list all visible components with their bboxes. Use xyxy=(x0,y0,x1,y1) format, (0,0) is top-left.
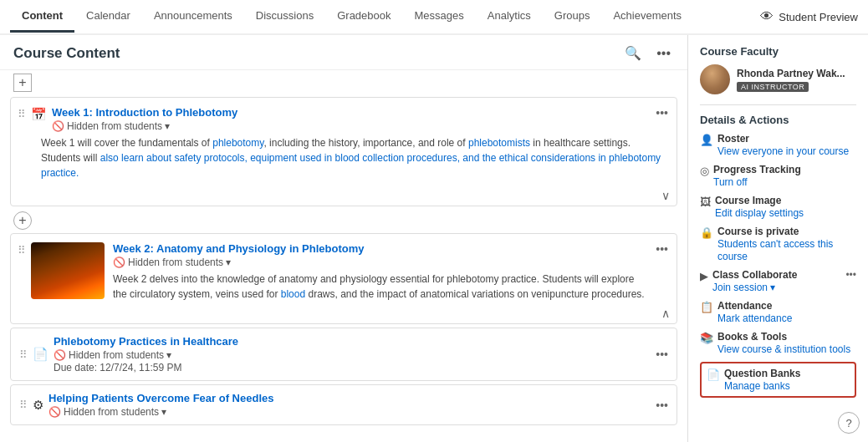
course-image-icon: 🖼 xyxy=(700,196,711,208)
week1-more-button[interactable]: ••• xyxy=(656,106,668,119)
assignment1-more-button[interactable]: ••• xyxy=(656,348,668,361)
week1-description: Week 1 will cover the fundamentals of ph… xyxy=(11,135,677,187)
lock-icon: 🔒 xyxy=(700,226,713,239)
hidden-icon: 🚫 xyxy=(52,120,64,132)
attendance-link[interactable]: Mark attendance xyxy=(717,312,792,324)
student-preview-label: Student Preview xyxy=(779,11,858,23)
tab-groups[interactable]: Groups xyxy=(543,1,602,33)
avatar xyxy=(700,64,730,94)
attendance-label: Attendance xyxy=(717,300,792,312)
attendance-icon: 📋 xyxy=(700,301,713,313)
tab-messages[interactable]: Messages xyxy=(403,1,476,33)
roster-label: Roster xyxy=(717,133,849,145)
action-progress: ◎ Progress Tracking Turn off xyxy=(700,164,856,188)
assignment2-item: ⠿ ⚙ Helping Patients Overcome Fear of Ne… xyxy=(10,384,677,425)
week1-title[interactable]: Week 1: Introduction to Phlebotomy xyxy=(52,106,651,119)
collaborate-more-button[interactable]: ••• xyxy=(845,269,856,281)
details-title: Details & Actions xyxy=(700,114,856,126)
hidden-icon-4: 🚫 xyxy=(49,406,61,418)
assignment1-hidden[interactable]: Hidden from students xyxy=(69,349,164,361)
collaborate-label: Class Collaborate xyxy=(712,269,797,281)
week2-collapse-button[interactable]: ∧ xyxy=(661,307,670,320)
week2-hidden-badge[interactable]: 🚫 Hidden from students ▾ xyxy=(113,257,651,268)
action-attendance: 📋 Attendance Mark attendance xyxy=(700,300,856,324)
progress-link[interactable]: Turn off xyxy=(713,176,748,188)
action-course-image: 🖼 Course Image Edit display settings xyxy=(700,195,856,219)
week1-link-phlebotomists[interactable]: phlebotomists xyxy=(468,137,530,149)
sidebar: Course Faculty Rhonda Partney Wak... AI … xyxy=(688,35,868,442)
action-books-tools: 📚 Books & Tools View course & institutio… xyxy=(700,331,856,355)
course-faculty-title: Course Faculty xyxy=(700,45,856,58)
hidden-icon-2: 🚫 xyxy=(113,257,125,268)
faculty-name: Rhonda Partney Wak... xyxy=(737,68,845,79)
question-banks-link[interactable]: Manage banks xyxy=(724,380,790,392)
books-link[interactable]: View course & institution tools xyxy=(717,343,850,355)
drag-handle-2[interactable]: ⠿ xyxy=(18,244,26,257)
week2-title[interactable]: Week 2: Anatomy and Physiology in Phlebo… xyxy=(113,242,651,255)
course-image-link[interactable]: Edit display settings xyxy=(715,207,804,219)
question-banks-label: Question Banks xyxy=(724,368,800,379)
progress-icon: ◎ xyxy=(700,165,709,177)
week2-description: Week 2 delves into the knowledge of anat… xyxy=(113,272,651,302)
hidden-icon-3: 🚫 xyxy=(54,349,66,361)
private-link[interactable]: Students can't access this course xyxy=(717,238,833,262)
help-button[interactable]: ? xyxy=(838,412,860,434)
question-banks-icon: 📄 xyxy=(707,368,720,381)
course-image-label: Course Image xyxy=(715,195,804,206)
action-class-collab: ▶ Class Collaborate ••• Join session ▾ xyxy=(700,269,856,293)
books-label: Books & Tools xyxy=(717,331,850,343)
private-label: Course is private xyxy=(717,226,856,237)
week-icon: 📅 xyxy=(31,107,47,122)
tab-discussions[interactable]: Discussions xyxy=(244,1,325,33)
assignment1-due: Due date: 12/7/24, 11:59 PM xyxy=(54,362,651,373)
assignment1-item: ⠿ 📄 Phlebotomy Practices in Healthcare 🚫… xyxy=(10,328,677,381)
add-content-button[interactable]: + xyxy=(13,74,32,92)
action-question-banks: 📄 Question Banks Manage banks xyxy=(700,362,856,398)
content-area: Course Content 🔍 ••• + ⠿ 📅 Week 1: Intro… xyxy=(0,35,688,442)
content-header: Course Content 🔍 ••• xyxy=(0,35,687,70)
collaborate-link[interactable]: Join session ▾ xyxy=(712,282,775,293)
week1-hidden-badge[interactable]: 🚫 Hidden from students ▾ xyxy=(52,120,651,132)
assignment-icon: 📄 xyxy=(33,347,49,362)
tab-gradebook[interactable]: Gradebook xyxy=(325,1,402,33)
faculty-row: Rhonda Partney Wak... AI INSTRUCTOR xyxy=(700,64,856,94)
top-nav: Content Calendar Announcements Discussio… xyxy=(0,0,868,35)
collaborate-icon: ▶ xyxy=(700,270,708,282)
week1-collapse-button[interactable]: ∨ xyxy=(661,189,670,202)
tab-analytics[interactable]: Analytics xyxy=(476,1,543,33)
tab-content[interactable]: Content xyxy=(10,1,74,33)
action-course-private: 🔒 Course is private Students can't acces… xyxy=(700,226,856,262)
drag-handle[interactable]: ⠿ xyxy=(18,108,26,120)
week1-link-phlebotomy[interactable]: phlebotomy xyxy=(212,137,263,149)
more-options-button[interactable]: ••• xyxy=(653,44,674,63)
chevron-down-icon: ▾ xyxy=(165,120,170,132)
instructor-badge: AI INSTRUCTOR xyxy=(737,82,809,92)
progress-label: Progress Tracking xyxy=(713,164,801,175)
add-content-button-2[interactable]: + xyxy=(13,211,32,230)
week2-link-blood[interactable]: blood xyxy=(281,288,305,300)
week2-item: ⠿ Week 2: Anatomy and Physiology in Phle… xyxy=(10,233,677,324)
tab-announcements[interactable]: Announcements xyxy=(142,1,244,33)
roster-link[interactable]: View everyone in your course xyxy=(717,145,849,157)
week1-link-also[interactable]: also learn about safety protocols, equip… xyxy=(41,152,661,179)
page-title: Course Content xyxy=(13,45,120,62)
week1-item: ⠿ 📅 Week 1: Introduction to Phlebotomy 🚫… xyxy=(10,97,677,206)
assignment2-more-button[interactable]: ••• xyxy=(656,399,668,412)
tab-achievements[interactable]: Achievements xyxy=(601,1,693,33)
assignment2-icon: ⚙ xyxy=(33,398,43,413)
week2-thumbnail xyxy=(31,242,105,299)
tab-calendar[interactable]: Calendar xyxy=(74,1,142,33)
eye-icon: 👁 xyxy=(760,9,774,24)
drag-handle-4[interactable]: ⠿ xyxy=(19,399,28,411)
action-roster: 👤 Roster View everyone in your course xyxy=(700,133,856,157)
search-button[interactable]: 🔍 xyxy=(621,43,645,63)
roster-icon: 👤 xyxy=(700,134,713,146)
assignment1-title[interactable]: Phlebotomy Practices in Healthcare xyxy=(54,335,651,348)
chevron-down-icon-2: ▾ xyxy=(226,257,231,268)
books-icon: 📚 xyxy=(700,332,713,344)
drag-handle-3[interactable]: ⠿ xyxy=(19,348,28,361)
assignment2-hidden[interactable]: Hidden from students xyxy=(64,406,159,418)
assignment2-title[interactable]: Helping Patients Overcome Fear of Needle… xyxy=(49,392,651,404)
week2-more-button[interactable]: ••• xyxy=(656,242,668,256)
